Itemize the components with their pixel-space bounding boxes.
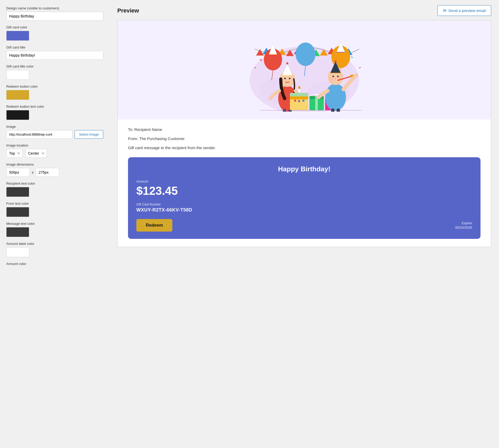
dimensions-row: x (6, 168, 103, 177)
amount-label-color-swatch[interactable] (6, 247, 29, 257)
svg-point-59 (332, 76, 334, 77)
message-text-color-swatch[interactable] (6, 227, 29, 237)
image-location-label: Image location (6, 143, 103, 147)
amount-value: $123.45 (136, 184, 472, 197)
gift-card-title-color-swatch[interactable] (6, 70, 29, 80)
recipient-text-color-label: Recipient text color (6, 181, 103, 185)
gift-card-color-label: Gift card color (6, 25, 103, 29)
image-label: Image (6, 125, 103, 129)
svg-point-47 (302, 100, 305, 102)
expires-block: Expires 06/24/2026 (455, 221, 472, 229)
svg-point-35 (286, 62, 288, 64)
image-row: Select Image (6, 130, 103, 139)
send-preview-label: Send a preview email (448, 8, 486, 13)
redeem-button[interactable]: Redeem (136, 219, 172, 232)
svg-point-25 (296, 43, 315, 66)
email-body: To: Recipient Name From: The Purchasing … (118, 119, 491, 247)
redeem-button-text-color-label: Redeem button text color (6, 105, 103, 108)
envelope-icon: ✉ (443, 8, 446, 13)
amount-label-color-label: Amount label color (6, 242, 103, 246)
location-row: Top Center (6, 149, 103, 158)
image-width-input[interactable] (6, 168, 30, 177)
gift-card-title-label: Gift card title (6, 45, 103, 49)
from-text-color-swatch[interactable] (6, 207, 29, 217)
svg-point-62 (330, 78, 333, 81)
send-preview-button[interactable]: ✉ Send a preview email (437, 5, 491, 16)
svg-rect-20 (359, 67, 361, 68)
image-location-dropdown-2[interactable]: Center (25, 149, 47, 158)
image-dimensions-group: Image dimensions x (6, 162, 103, 177)
from-text-color-group: From text color (6, 202, 103, 217)
amount-color-label: Amount color (6, 262, 103, 266)
image-dimensions-label: Image dimensions (6, 162, 103, 166)
amount-label-color-group: Amount label color (6, 242, 103, 257)
redeem-button-text-color-swatch[interactable] (6, 110, 29, 120)
amount-color-group: Amount color (6, 262, 103, 267)
design-name-input[interactable] (6, 12, 103, 21)
gift-card-title-color-group: Gift card title color (6, 64, 103, 80)
image-location-group: Image location Top Center (6, 143, 103, 158)
email-message: Gift card message to the recipient from … (128, 146, 480, 150)
design-name-label: Design name (visible to customers) (6, 6, 103, 10)
birthday-illustration (118, 20, 491, 119)
svg-point-61 (335, 78, 336, 79)
svg-rect-17 (351, 56, 353, 58)
redeem-button-color-swatch[interactable] (6, 90, 29, 100)
svg-point-36 (284, 78, 286, 79)
redeem-button-color-group: Redeem button color (6, 84, 103, 100)
redeem-button-text-color-group: Redeem button text color (6, 105, 103, 120)
gift-card-color-group: Gift card color (6, 25, 103, 41)
email-to: To: Recipient Name (128, 127, 480, 132)
svg-point-45 (294, 100, 296, 102)
gift-card-title-input[interactable] (6, 51, 103, 60)
gift-card-color-swatch[interactable] (6, 31, 29, 41)
gc-number-label: Gift Card Number (136, 203, 472, 206)
message-text-color-label: Message text color (6, 222, 103, 226)
birthday-svg (239, 28, 369, 112)
gift-card-title: Happy Birthday! (136, 165, 472, 173)
select-image-button[interactable]: Select Image (75, 130, 103, 139)
preview-header: Preview ✉ Send a preview email (117, 5, 491, 16)
image-url-input[interactable] (6, 130, 72, 139)
svg-point-46 (298, 100, 300, 102)
recipient-text-color-group: Recipient text color (6, 181, 103, 197)
preview-title: Preview (117, 7, 139, 14)
gc-footer: Redeem Expires 06/24/2026 (136, 219, 472, 232)
from-text-color-label: From text color (6, 202, 103, 205)
design-name-group: Design name (visible to customers) (6, 6, 103, 21)
gift-card-title-color-label: Gift card title color (6, 64, 103, 68)
gift-card-title-group: Gift card title (6, 45, 103, 60)
preview-container: To: Recipient Name From: The Purchasing … (117, 20, 491, 247)
redeem-button-color-label: Redeem button color (6, 84, 103, 88)
image-group: Image Select Image (6, 125, 103, 139)
message-text-color-group: Message text color (6, 222, 103, 237)
svg-point-44 (298, 86, 300, 89)
svg-point-58 (334, 60, 337, 62)
amount-label: Amount (136, 179, 472, 183)
gift-card: Happy Birthday! Amount $123.45 Gift Card… (128, 157, 480, 239)
right-panel: Preview ✉ Send a preview email (109, 0, 499, 448)
svg-rect-42 (290, 93, 308, 96)
expires-label: Expires (455, 221, 472, 225)
expires-date: 06/24/2026 (455, 226, 472, 229)
image-height-input[interactable] (36, 168, 59, 177)
gc-number-value: WXUY-R2TX-66KV-T58D (136, 207, 472, 213)
image-location-dropdown-1[interactable]: Top (6, 149, 23, 158)
email-from: From: The Purchasing Customer (128, 136, 480, 141)
dimension-x-separator: x (32, 170, 34, 174)
left-panel: Design name (visible to customers) Gift … (0, 0, 109, 448)
recipient-text-color-swatch[interactable] (6, 187, 29, 197)
svg-point-37 (289, 78, 290, 79)
svg-point-60 (337, 76, 339, 77)
